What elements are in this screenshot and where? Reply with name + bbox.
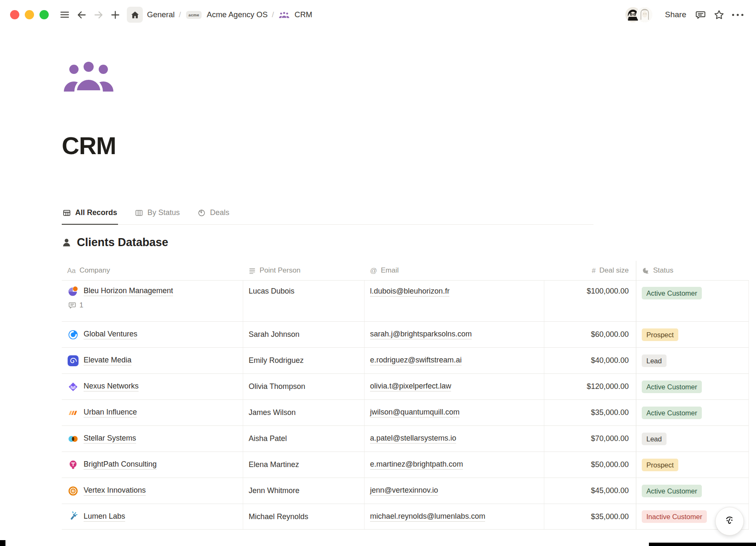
comments-icon[interactable] (692, 6, 709, 23)
sidebar-menu-icon[interactable] (56, 6, 73, 23)
table-row[interactable]: Vertex Innovations Jenn Whitmore jenn@ve… (62, 478, 749, 504)
company-link[interactable]: Lumen Labs (84, 512, 125, 522)
new-page-plus-icon[interactable] (107, 6, 123, 23)
status-badge[interactable]: Active Customer (642, 407, 702, 419)
ai-assistant-button[interactable] (715, 507, 744, 536)
forward-arrow-icon[interactable] (90, 6, 107, 23)
collaborator-avatars[interactable] (625, 6, 653, 23)
email-link[interactable]: l.dubois@bleuhorizon.fr (370, 287, 449, 297)
window-toolbar: General / acme Acme Agency OS / CRM Shar… (0, 0, 756, 29)
company-link[interactable]: Bleu Horizon Management (84, 286, 173, 296)
table-row[interactable]: Elevate Media Emily Rodriguez e.rodrigue… (62, 347, 749, 373)
tab-all-records[interactable]: All Records (62, 206, 118, 225)
email-link[interactable]: olivia.t@pixelperfect.law (370, 382, 451, 391)
point-person[interactable]: Sarah Johnson (249, 330, 299, 339)
status-badge[interactable]: Prospect (642, 459, 678, 471)
status-badge[interactable]: Active Customer (642, 287, 702, 299)
home-icon[interactable] (127, 7, 143, 23)
point-person[interactable]: James Wilson (249, 408, 296, 417)
company-link[interactable]: Global Ventures (84, 330, 137, 339)
stellar-systems-logo-icon (67, 433, 79, 444)
status-badge[interactable]: Inactive Customer (642, 510, 707, 523)
zoom-window-button[interactable] (39, 10, 49, 19)
deal-size[interactable]: $45,000.00 (591, 486, 629, 495)
close-window-button[interactable] (10, 10, 19, 19)
company-link[interactable]: Nexus Networks (84, 382, 139, 391)
comment-count[interactable]: 1 (79, 301, 83, 310)
workspace-logo-badge: acme (186, 11, 202, 19)
avatar (636, 6, 653, 23)
view-tabs: All Records By Status Deals (62, 206, 593, 225)
tab-deals[interactable]: Deals (197, 206, 230, 225)
tab-by-status[interactable]: By Status (134, 206, 181, 225)
column-header-point-person[interactable]: Point Person (243, 261, 365, 280)
column-header-deal-size[interactable]: # Deal size (544, 261, 636, 280)
deal-size[interactable]: $120,000.00 (587, 382, 629, 391)
more-options-icon[interactable] (729, 6, 746, 23)
urban-influence-logo-icon (67, 407, 79, 418)
lumen-labs-logo-icon (67, 511, 79, 522)
deal-size[interactable]: $40,000.00 (591, 356, 629, 365)
table-row[interactable]: Global Ventures Sarah Johnson sarah.j@br… (62, 321, 749, 347)
company-link[interactable]: Vertex Innovations (84, 486, 146, 496)
deal-size[interactable]: $60,000.00 (591, 330, 629, 339)
point-person[interactable]: Olivia Thompson (249, 382, 305, 391)
deal-size[interactable]: $35,000.00 (591, 408, 629, 417)
status-badge[interactable]: Lead (642, 354, 667, 367)
point-person[interactable]: Aisha Patel (249, 434, 287, 443)
database-title[interactable]: Clients Database (77, 236, 168, 249)
table-header-row: Aa Company Point Person @ Email # Deal s… (62, 261, 749, 280)
column-header-email[interactable]: @ Email (365, 261, 544, 280)
deal-size[interactable]: $50,000.00 (591, 460, 629, 469)
email-link[interactable]: jwilson@quantumquill.com (370, 408, 459, 417)
point-person[interactable]: Elena Martinez (249, 460, 299, 469)
company-link[interactable]: Elevate Media (84, 356, 131, 365)
deal-size[interactable]: $70,000.00 (591, 434, 629, 443)
elevate-media-logo-icon (67, 355, 79, 366)
table-row[interactable]: Stellar Systems Aisha Patel a.patel@stel… (62, 425, 749, 452)
breadcrumb-general[interactable]: General (145, 10, 176, 19)
point-person[interactable]: Jenn Whitmore (249, 486, 299, 495)
bleu-horizon-logo-icon (67, 286, 79, 297)
email-link[interactable]: sarah.j@brightsparksolns.com (370, 330, 472, 339)
breadcrumb-page[interactable]: CRM (293, 10, 314, 19)
status-badge[interactable]: Lead (642, 433, 667, 445)
email-link[interactable]: e.martinez@brightpath.com (370, 460, 463, 470)
email-link[interactable]: jenn@vertexinnov.io (370, 486, 438, 496)
tab-label: Deals (210, 208, 229, 217)
breadcrumb-separator: / (176, 10, 184, 19)
status-badge[interactable]: Active Customer (642, 485, 702, 497)
text-lines-icon (249, 267, 256, 274)
point-person[interactable]: Emily Rodriguez (249, 356, 304, 365)
status-badge[interactable]: Prospect (642, 328, 678, 341)
company-link[interactable]: Stellar Systems (84, 434, 136, 444)
number-property-icon: # (592, 267, 596, 275)
email-link[interactable]: michael.reynolds@lumenlabs.com (370, 512, 485, 522)
back-arrow-icon[interactable] (73, 6, 90, 23)
table-row[interactable]: Lumen Labs Michael Reynolds michael.reyn… (62, 504, 749, 530)
table-row[interactable]: Bleu Horizon Management 1 Lucas Dubois l… (62, 280, 749, 321)
deal-size[interactable]: $35,000.00 (591, 512, 629, 521)
share-button[interactable]: Share (661, 8, 690, 22)
table-row[interactable]: Nexus Networks Olivia Thompson olivia.t@… (62, 373, 749, 399)
breadcrumb-workspace[interactable]: Acme Agency OS (205, 10, 269, 19)
point-person[interactable]: Michael Reynolds (249, 512, 308, 521)
minimize-window-button[interactable] (25, 10, 34, 19)
screen-corner-artifact (649, 543, 756, 546)
status-badge[interactable]: Active Customer (642, 381, 702, 393)
table-row[interactable]: BrightPath Consulting Elena Martinez e.m… (62, 452, 749, 478)
company-link[interactable]: Urban Influence (84, 408, 137, 417)
tab-label: All Records (75, 208, 117, 217)
deal-size[interactable]: $100,000.00 (587, 287, 629, 296)
email-link[interactable]: e.rodriguez@swiftstream.ai (370, 356, 462, 365)
point-person[interactable]: Lucas Dubois (249, 287, 294, 296)
email-link[interactable]: a.patel@stellarsystems.io (370, 434, 456, 444)
column-header-company[interactable]: Aa Company (62, 261, 243, 280)
favorite-star-icon[interactable] (711, 6, 727, 23)
company-link[interactable]: BrightPath Consulting (84, 460, 157, 470)
column-header-status[interactable]: Status (636, 261, 749, 280)
brightpath-logo-icon (67, 459, 79, 470)
page-icon-people-group[interactable] (63, 59, 114, 92)
table-row[interactable]: Urban Influence James Wilson jwilson@qua… (62, 399, 749, 425)
page-title: CRM (62, 131, 756, 160)
